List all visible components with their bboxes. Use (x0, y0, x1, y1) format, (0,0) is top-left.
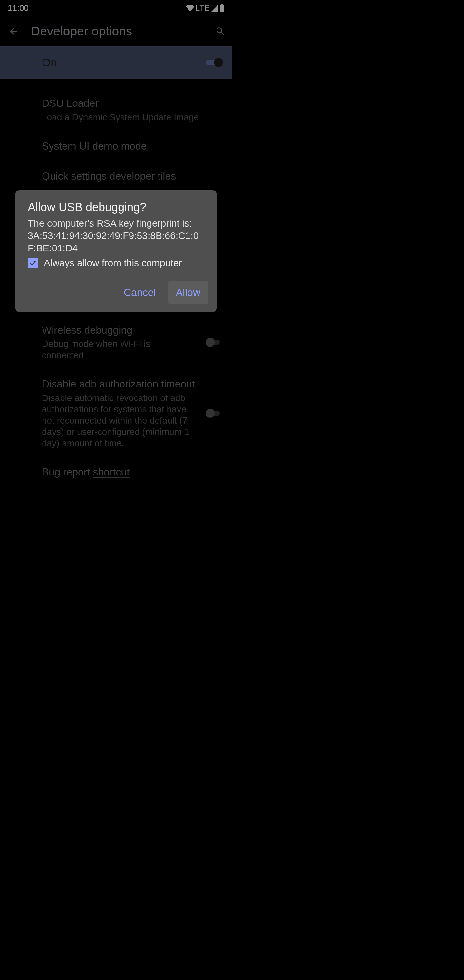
dialog-checkbox-row[interactable]: Always allow from this computer (16, 255, 216, 277)
setting-item-wireless-debugging[interactable]: Wireless debugging Debug mode when Wi-Fi… (0, 315, 232, 369)
wifi-icon (186, 5, 194, 12)
search-button[interactable] (213, 24, 227, 38)
usb-debugging-dialog: Allow USB debugging? The computer's RSA … (16, 190, 216, 312)
setting-item-quick-tiles[interactable]: Quick settings developer tiles (0, 161, 232, 186)
dialog-actions: Cancel Allow (16, 277, 216, 304)
master-switch-row[interactable]: On (0, 46, 232, 79)
setting-title: Quick settings developer tiles (42, 170, 223, 183)
master-switch-toggle[interactable] (206, 58, 223, 67)
allow-button[interactable]: Allow (168, 281, 208, 304)
arrow-back-icon (8, 26, 19, 37)
signal-icon (211, 5, 218, 12)
setting-subtitle: Disable automatic revocation of adb auth… (42, 392, 199, 449)
back-button[interactable] (6, 24, 21, 38)
setting-item-dsu-loader[interactable]: DSU Loader Load a Dynamic System Update … (0, 88, 232, 131)
status-bar: 11:00 LTE (0, 0, 232, 16)
page-title: Developer options (31, 24, 213, 38)
network-label: LTE (195, 3, 210, 13)
setting-item-adb-auth-timeout[interactable]: Disable adb authorization timeout Disabl… (0, 369, 232, 457)
status-icons: LTE (186, 3, 224, 13)
setting-title: DSU Loader (42, 97, 223, 110)
setting-subtitle: Load a Dynamic System Update Image (42, 111, 223, 123)
checkbox-label: Always allow from this computer (44, 258, 182, 269)
wireless-debugging-toggle[interactable] (206, 338, 223, 347)
dialog-message: The computer's RSA key fingerprint is: 3… (16, 217, 216, 255)
status-time: 11:00 (8, 3, 29, 13)
divider (194, 325, 194, 360)
setting-title: Bug report shortcut (42, 466, 223, 479)
setting-item-bug-report[interactable]: Bug report shortcut (0, 457, 232, 479)
setting-subtitle: Debug mode when Wi-Fi is connected (42, 338, 187, 361)
battery-icon (220, 4, 224, 12)
master-switch-label: On (42, 56, 206, 69)
setting-title: Disable adb authorization timeout (42, 377, 199, 391)
adb-auth-toggle[interactable] (206, 409, 223, 418)
setting-title: Wireless debugging (42, 324, 187, 337)
app-bar: Developer options (0, 16, 232, 46)
setting-title: System UI demo mode (42, 140, 223, 153)
dialog-title: Allow USB debugging? (16, 200, 216, 217)
check-icon (29, 259, 37, 267)
cancel-button[interactable]: Cancel (116, 281, 164, 304)
search-icon (215, 26, 226, 37)
always-allow-checkbox[interactable] (28, 258, 38, 268)
setting-item-system-ui-demo[interactable]: System UI demo mode (0, 131, 232, 162)
